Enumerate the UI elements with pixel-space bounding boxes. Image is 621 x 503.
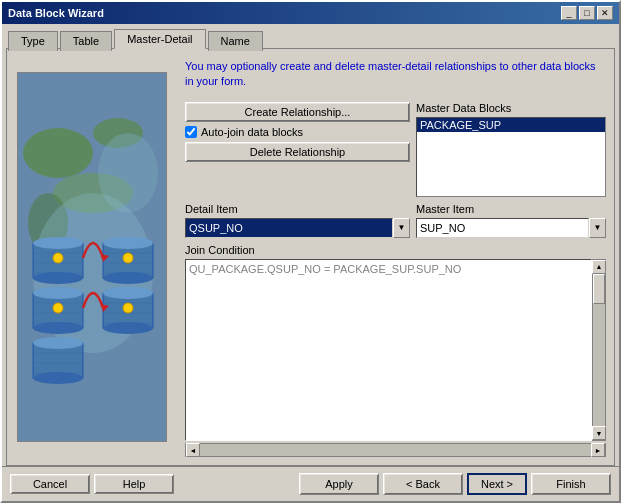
svg-point-21 bbox=[33, 372, 83, 384]
delete-relationship-button[interactable]: Delete Relationship bbox=[185, 142, 410, 162]
right-panel: You may optionally create and delete mas… bbox=[177, 49, 614, 465]
svg-point-14 bbox=[33, 287, 83, 299]
tab-bar: Type Table Master-Detail Name bbox=[2, 24, 619, 48]
create-relationship-button[interactable]: Create Relationship... bbox=[185, 102, 410, 122]
title-bar-buttons: _ □ ✕ bbox=[561, 6, 613, 20]
maximize-button[interactable]: □ bbox=[579, 6, 595, 20]
master-item-input[interactable] bbox=[416, 218, 589, 238]
scroll-up-btn[interactable]: ▲ bbox=[592, 260, 606, 274]
svg-point-39 bbox=[53, 253, 63, 263]
scroll-track bbox=[593, 274, 605, 426]
join-scrollbar-horizontal: ◄ ► bbox=[185, 443, 606, 457]
next-button[interactable]: Next > bbox=[467, 473, 527, 495]
svg-point-9 bbox=[33, 272, 83, 284]
join-condition-container: QU_PACKAGE.QSUP_NO = PACKAGE_SUP.SUP_NO … bbox=[185, 259, 606, 441]
detail-item-input[interactable] bbox=[185, 218, 393, 238]
window-title: Data Block Wizard bbox=[8, 7, 104, 19]
tab-name[interactable]: Name bbox=[208, 31, 263, 51]
svg-point-41 bbox=[53, 303, 63, 313]
main-content-cols: Create Relationship... Auto-join data bl… bbox=[185, 102, 606, 197]
svg-point-1 bbox=[23, 128, 93, 178]
tab-table[interactable]: Table bbox=[60, 31, 112, 51]
join-condition-label: Join Condition bbox=[185, 244, 606, 256]
title-bar: Data Block Wizard _ □ ✕ bbox=[2, 2, 619, 24]
master-data-blocks-item[interactable]: PACKAGE_SUP bbox=[417, 118, 605, 132]
join-condition-section: Join Condition QU_PACKAGE.QSUP_NO = PACK… bbox=[185, 244, 606, 457]
svg-point-20 bbox=[33, 337, 83, 349]
master-data-blocks-label: Master Data Blocks bbox=[416, 102, 606, 114]
master-item-combo: ▼ bbox=[416, 218, 606, 238]
svg-point-42 bbox=[123, 303, 133, 313]
footer: Cancel Help Apply < Back Next > Finish bbox=[2, 466, 619, 501]
auto-join-label: Auto-join data blocks bbox=[201, 126, 303, 138]
auto-join-row: Auto-join data blocks bbox=[185, 126, 410, 138]
left-controls: Create Relationship... Auto-join data bl… bbox=[185, 102, 410, 197]
join-scrollbar-vertical: ▲ ▼ bbox=[592, 259, 606, 441]
detail-item-label: Detail Item bbox=[185, 203, 410, 215]
apply-button[interactable]: Apply bbox=[299, 473, 379, 495]
svg-point-33 bbox=[103, 322, 153, 334]
info-text: You may optionally create and delete mas… bbox=[185, 57, 606, 96]
detail-item-dropdown-btn[interactable]: ▼ bbox=[393, 218, 410, 238]
svg-point-40 bbox=[123, 253, 133, 263]
master-data-blocks-list[interactable]: PACKAGE_SUP bbox=[416, 117, 606, 197]
scroll-right-btn[interactable]: ► bbox=[591, 443, 605, 457]
back-button[interactable]: < Back bbox=[383, 473, 463, 495]
join-condition-textarea[interactable]: QU_PACKAGE.QSUP_NO = PACKAGE_SUP.SUP_NO bbox=[185, 259, 592, 441]
help-button[interactable]: Help bbox=[94, 474, 174, 494]
cancel-button[interactable]: Cancel bbox=[10, 474, 90, 494]
master-item-label: Master Item bbox=[416, 203, 606, 215]
wizard-image bbox=[17, 72, 167, 442]
svg-point-27 bbox=[103, 272, 153, 284]
svg-point-8 bbox=[33, 237, 83, 249]
finish-button[interactable]: Finish bbox=[531, 473, 611, 495]
scroll-left-btn[interactable]: ◄ bbox=[186, 443, 200, 457]
main-window: Data Block Wizard _ □ ✕ Type Table Maste… bbox=[0, 0, 621, 503]
auto-join-checkbox[interactable] bbox=[185, 126, 197, 138]
tab-type[interactable]: Type bbox=[8, 31, 58, 51]
right-controls: Master Data Blocks PACKAGE_SUP bbox=[416, 102, 606, 197]
scroll-thumb[interactable] bbox=[593, 274, 605, 304]
svg-point-15 bbox=[33, 322, 83, 334]
left-panel bbox=[7, 49, 177, 465]
item-selectors-row: Detail Item ▼ Master Item ▼ bbox=[185, 203, 606, 238]
scroll-h-track bbox=[200, 444, 591, 456]
footer-left-buttons: Cancel Help bbox=[10, 474, 174, 494]
svg-point-32 bbox=[103, 287, 153, 299]
master-item-dropdown-btn[interactable]: ▼ bbox=[589, 218, 606, 238]
content-area: You may optionally create and delete mas… bbox=[6, 48, 615, 466]
scroll-down-btn[interactable]: ▼ bbox=[592, 426, 606, 440]
svg-point-26 bbox=[103, 237, 153, 249]
detail-item-combo: ▼ bbox=[185, 218, 410, 238]
close-button[interactable]: ✕ bbox=[597, 6, 613, 20]
footer-right-buttons: Apply < Back Next > Finish bbox=[299, 473, 611, 495]
tab-master-detail[interactable]: Master-Detail bbox=[114, 29, 205, 49]
minimize-button[interactable]: _ bbox=[561, 6, 577, 20]
